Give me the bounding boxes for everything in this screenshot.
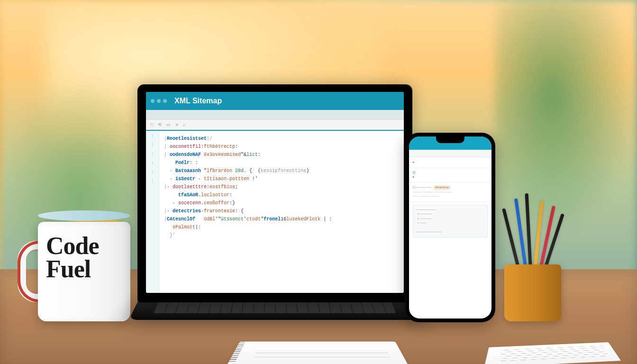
window-dot: [151, 99, 155, 103]
mug-text-line2: Fuel: [46, 257, 127, 281]
phone-screen: ▸ ⎔ ▸ ☐ —— ——— BehatPatsop ———— ——— ————…: [409, 136, 491, 318]
smartphone: ▸ ⎔ ▸ ☐ —— ——— BehatPatsop ———— ——— ————…: [405, 133, 495, 322]
window-controls: [151, 99, 167, 103]
phone-row: ⎔ ▸: [409, 168, 491, 182]
notebook-writing: [500, 345, 609, 361]
phone-notch: [436, 136, 464, 143]
toolbar-icon: ⌕: [183, 122, 185, 127]
window-titlebar: XML Sitemap: [146, 92, 404, 110]
cup: [504, 264, 561, 321]
mug-label: Code Fuel: [46, 234, 127, 281]
line-gutter: ⋮⋮⋮⋮⋮⋮: [146, 131, 159, 293]
toolbar: □ ⟲ ▭ ≡ ⌕: [146, 119, 404, 131]
phone-row: ☐ —— ——— BehatPatsop ———— ——— ———— —— ——…: [409, 182, 491, 202]
laptop-bezel: XML Sitemap □ ⟲ ▭ ≡ ⌕ ⋮⋮⋮⋮⋮⋮ |Reoetlesis…: [137, 84, 412, 302]
notebook-writing: [253, 345, 391, 359]
toolbar-icon: □: [151, 122, 153, 127]
mug-text-line1: Code: [46, 234, 127, 257]
code-editor: |Reoetlesistset|/ | ooconettfil:fthbétre…: [159, 131, 404, 293]
editor-body: ⋮⋮⋮⋮⋮⋮ |Reoetlesistset|/ | ooconettfil:f…: [146, 131, 404, 293]
window-title: XML Sitemap: [174, 97, 222, 105]
tab-strip: [146, 110, 404, 119]
window-dot: [163, 99, 167, 103]
phone-info-box: ——————— • ———— • ———— • —— —————————: [413, 205, 488, 238]
phone-nav: [409, 150, 491, 157]
mug-rim: [38, 210, 130, 221]
laptop: XML Sitemap □ ⟲ ▭ ≡ ⌕ ⋮⋮⋮⋮⋮⋮ |Reoetlesis…: [137, 89, 412, 336]
pencil-holder: [500, 246, 566, 321]
phone-row: ▸: [409, 157, 491, 168]
toolbar-icon: ≡: [175, 122, 178, 127]
phone-badge: BehatPatsop: [433, 185, 451, 190]
toolbar-icon: ▭: [166, 122, 171, 127]
laptop-screen: XML Sitemap □ ⟲ ▭ ≡ ⌕ ⋮⋮⋮⋮⋮⋮ |Reoetlesis…: [146, 92, 404, 293]
window-dot: [157, 99, 161, 103]
phone-row-label: —— ———: [416, 186, 431, 189]
notebook-front: [228, 342, 408, 364]
toolbar-icon: ⟲: [158, 122, 162, 127]
coffee-mug: Code Fuel: [26, 212, 130, 321]
